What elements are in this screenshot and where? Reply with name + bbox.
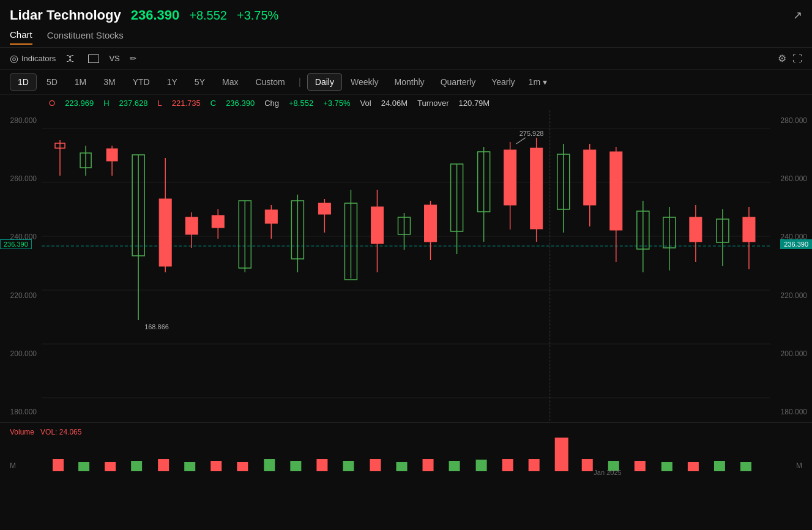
c-value: 236.390 [226, 99, 255, 108]
svg-text:275.928: 275.928 [520, 130, 544, 137]
svg-rect-60 [690, 217, 702, 242]
y-label-220-left: 220.000 [5, 291, 37, 300]
period-5y[interactable]: 5Y [187, 74, 212, 90]
interval-yearly[interactable]: Yearly [484, 74, 522, 90]
period-ytd[interactable]: YTD [125, 74, 157, 90]
svg-rect-80 [449, 461, 460, 471]
toolbar: ◎ Indicators ⯰ VS ✏ ⚙ ⛶ [0, 48, 812, 70]
svg-rect-66 [78, 462, 89, 471]
interval-daily[interactable]: Daily [307, 73, 342, 91]
svg-rect-26 [265, 210, 277, 223]
svg-rect-76 [343, 461, 354, 471]
svg-rect-65 [53, 459, 64, 471]
svg-rect-38 [425, 205, 437, 242]
svg-rect-85 [582, 459, 593, 471]
tab-chart[interactable]: Chart [10, 29, 32, 45]
interval-monthly[interactable]: Monthly [387, 74, 432, 90]
candlestick-chart: 168.866 [42, 110, 770, 422]
svg-rect-79 [423, 459, 434, 471]
period-5d[interactable]: 5D [39, 74, 65, 90]
vol-label: Vol [360, 99, 371, 108]
stock-title: Lidar Technology [10, 7, 121, 23]
svg-rect-64 [743, 217, 755, 242]
turnover-value: 120.79M [459, 99, 490, 108]
volume-bars [42, 425, 770, 471]
svg-rect-48 [531, 148, 543, 229]
o-value: 223.969 [65, 99, 94, 108]
rectangle-icon [88, 54, 99, 63]
svg-rect-84 [555, 438, 568, 471]
period-1d[interactable]: 1D [10, 73, 37, 91]
stock-price: 236.390 [131, 7, 180, 23]
y-label-200-left: 200.000 [5, 349, 37, 358]
interval-group: Daily Weekly Monthly Quarterly Yearly [307, 73, 523, 91]
period-bar: 1D 5D 1M 3M YTD 1Y 5Y Max Custom | Daily… [0, 70, 812, 95]
candlestick-button[interactable]: ⯰ [65, 53, 78, 64]
svg-rect-73 [264, 459, 275, 471]
y-label-180-left: 180.000 [5, 408, 37, 416]
period-max[interactable]: Max [215, 74, 245, 90]
period-divider: | [299, 77, 301, 88]
settings-icon[interactable]: ⚙ [778, 53, 786, 64]
interval-weekly[interactable]: Weekly [343, 74, 386, 90]
svg-rect-77 [370, 459, 381, 471]
period-1m[interactable]: 1M [67, 74, 94, 90]
jan-2025-label: Jan 2025 [594, 469, 621, 476]
interval-sub-select[interactable]: 1m ▾ [529, 77, 547, 87]
y-label-280-right: 280.000 [775, 116, 807, 125]
vs-label: VS [109, 54, 119, 63]
l-value: 221.735 [172, 99, 201, 108]
h-label: H [103, 99, 109, 108]
svg-rect-52 [584, 150, 596, 205]
volume-m-label-left: M [10, 461, 16, 470]
o-label: O [49, 99, 55, 108]
pencil-icon: ✏ [130, 54, 136, 63]
svg-rect-75 [316, 459, 327, 471]
svg-rect-13 [106, 149, 117, 161]
chg-pct: +3.75% [323, 99, 350, 108]
svg-rect-81 [476, 460, 487, 471]
toolbar-right: ⚙ ⛶ [778, 53, 802, 64]
svg-rect-54 [610, 152, 622, 230]
svg-rect-70 [184, 462, 195, 471]
period-1y[interactable]: 1Y [160, 74, 185, 90]
indicators-icon: ◎ [10, 53, 18, 64]
chart-area: 280.000 260.000 240.000 220.000 200.000 … [0, 110, 812, 422]
h-value: 237.628 [119, 99, 148, 108]
l-label: L [158, 99, 162, 108]
svg-rect-82 [502, 459, 513, 471]
svg-rect-44 [504, 150, 516, 205]
period-custom[interactable]: Custom [248, 74, 292, 90]
svg-rect-83 [529, 459, 540, 471]
volume-m-label-right: M [796, 461, 802, 470]
chg-value: +8.552 [289, 99, 313, 108]
header-left: Lidar Technology 236.390 +8.552 +3.75% [10, 7, 278, 23]
y-label-260-right: 260.000 [775, 174, 807, 183]
svg-rect-68 [131, 461, 142, 471]
external-link-icon[interactable]: ↗ [793, 9, 802, 22]
svg-rect-89 [688, 462, 699, 471]
interval-sub-label: 1m [529, 77, 540, 87]
tabs-row: Chart Constituent Stocks [0, 27, 812, 48]
y-label-260-left: 260.000 [5, 174, 37, 183]
svg-rect-88 [661, 462, 672, 471]
y-label-220-right: 220.000 [775, 291, 807, 300]
stock-change-pct: +3.75% [237, 9, 278, 23]
current-price-badge-right: 236.390 [780, 238, 812, 249]
svg-rect-34 [371, 207, 383, 244]
tab-constituent-stocks[interactable]: Constituent Stocks [47, 30, 124, 44]
svg-rect-78 [396, 462, 407, 471]
turnover-label: Turnover [417, 99, 449, 108]
ohlc-bar: O 223.969 H 237.628 L 221.735 C 236.390 … [0, 95, 812, 110]
candlestick-icon: ⯰ [65, 53, 75, 64]
fullscreen-icon[interactable]: ⛶ [792, 53, 802, 64]
period-3m[interactable]: 3M [96, 74, 122, 90]
interval-quarterly[interactable]: Quarterly [433, 74, 483, 90]
pencil-button[interactable]: ✏ [130, 54, 136, 63]
y-label-200-right: 200.000 [775, 349, 807, 358]
svg-text:168.866: 168.866 [144, 323, 169, 330]
rectangle-button[interactable] [88, 54, 99, 63]
svg-rect-20 [185, 217, 198, 234]
vs-button[interactable]: VS [109, 54, 119, 63]
indicators-button[interactable]: ◎ Indicators [10, 53, 56, 64]
